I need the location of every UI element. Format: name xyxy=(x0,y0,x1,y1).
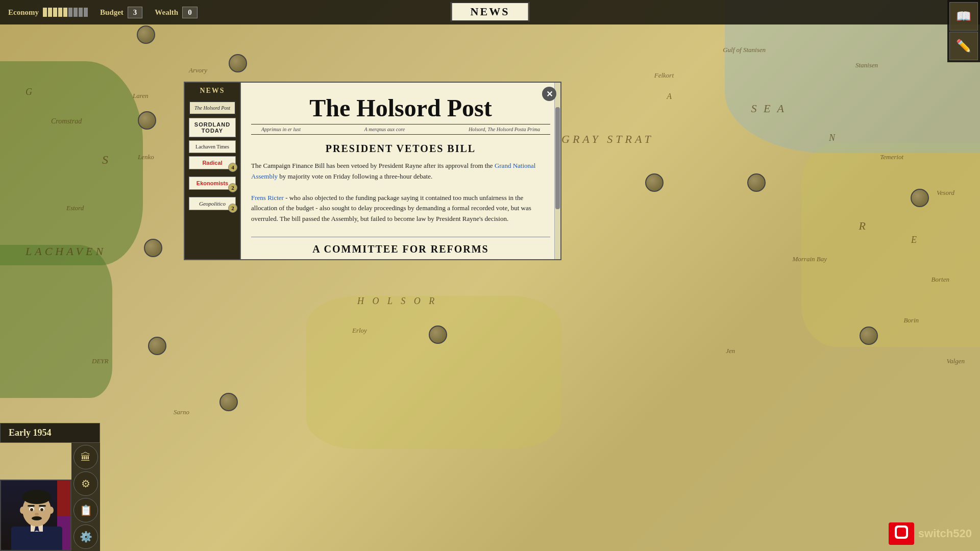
newspaper-name-geopolitico: Geopolitico xyxy=(199,201,226,207)
switch-branding-text: switch520 xyxy=(918,527,972,540)
article1-paragraph1: The Campaign Finance Bill has been vetoe… xyxy=(251,161,550,182)
newspaper-name-holsord: The Holsord Post xyxy=(194,105,230,111)
top-bar: Economy Budget 3 Wealth 0 NEWS xyxy=(0,0,980,24)
bar-6 xyxy=(68,8,72,17)
news-sidebar: NEWS The Holsord Post SORDLAND TODAY Lac… xyxy=(184,82,240,260)
subheader-center: A merqnus aux core xyxy=(364,127,405,132)
article1-headline: PRESIDENT VETOES BILL xyxy=(251,143,550,155)
newspaper-subheader: Apprimus in er lust A merqnus aux core H… xyxy=(251,124,550,135)
bar-7 xyxy=(74,8,78,17)
svg-point-16 xyxy=(20,507,25,514)
svg-rect-9 xyxy=(39,505,46,507)
article-divider xyxy=(251,237,550,237)
article1-text2: by majority vote on Friday following a t… xyxy=(278,172,432,180)
map-token-10 xyxy=(860,327,878,345)
news-center-title: NEWS xyxy=(451,2,529,21)
frens-ricter-link[interactable]: Frens Ricter xyxy=(251,194,284,202)
journal-icon-btn[interactable]: 📖 xyxy=(949,2,978,31)
subheader-left: Apprimus in er lust xyxy=(261,127,301,132)
map-token-6 xyxy=(219,393,238,411)
svg-point-11 xyxy=(30,508,33,511)
bar-3 xyxy=(53,8,57,17)
article1-body: The Campaign Finance Bill has been vetoe… xyxy=(241,161,560,231)
newspaper-name-ekonomists: Ekonomists xyxy=(197,180,228,186)
svg-rect-8 xyxy=(28,505,35,507)
economy-label: Economy xyxy=(8,8,39,17)
economy-section: Economy xyxy=(8,8,88,17)
newspaper-name-sordland: SORDLAND TODAY xyxy=(194,121,230,134)
subheader-right: Holsord, The Holsord Posta Prima xyxy=(469,127,540,132)
network-btn[interactable]: ⚙ xyxy=(74,471,98,496)
radical-badge: 4 xyxy=(228,163,237,172)
side-icons-panel: 🏛 ⚙ 📋 ⚙️ xyxy=(71,443,100,551)
article2-headline: A COMMITTEE FOR REFORMS xyxy=(251,243,550,255)
geopolitico-badge: 2 xyxy=(228,204,237,213)
news-panel: NEWS The Holsord Post SORDLAND TODAY Lac… xyxy=(184,82,561,260)
budget-value: 3 xyxy=(128,7,143,18)
edit-icon-btn[interactable]: ✏️ xyxy=(949,32,978,60)
svg-point-13 xyxy=(40,508,43,511)
leader-portrait xyxy=(0,480,71,551)
map-token-1 xyxy=(137,26,155,44)
map-token-2 xyxy=(229,54,247,72)
bottom-left-panel: Early 1954 xyxy=(0,423,100,551)
newspaper-btn-sordland-today[interactable]: SORDLAND TODAY xyxy=(189,118,236,137)
svg-rect-1 xyxy=(57,481,71,516)
nintendo-logo xyxy=(889,522,914,545)
economy-bars xyxy=(43,8,88,17)
map-token-7 xyxy=(429,325,447,344)
svg-point-7 xyxy=(22,490,51,504)
list-btn[interactable]: 📋 xyxy=(74,498,98,522)
date-badge: Early 1954 xyxy=(0,423,100,443)
news-scrollbar[interactable] xyxy=(554,83,560,259)
svg-point-14 xyxy=(35,513,39,516)
settings-btn[interactable]: ⚙️ xyxy=(74,524,98,549)
news-article-panel: ✕ The Holsord Post Apprimus in er lust A… xyxy=(240,82,561,260)
map-token-4 xyxy=(144,239,162,257)
bar-8 xyxy=(79,8,83,17)
budget-label: Budget xyxy=(100,8,124,17)
branding-panel: switch520 xyxy=(889,522,972,545)
bar-1 xyxy=(43,8,47,17)
newspaper-name-radical: Radical xyxy=(202,160,222,166)
bar-9 xyxy=(84,8,88,17)
news-close-button[interactable]: ✕ xyxy=(542,87,556,101)
newspaper-btn-geopolitico[interactable]: Geopolitico 2 xyxy=(189,197,236,210)
wealth-section: Wealth 0 xyxy=(155,7,197,18)
wealth-value: 0 xyxy=(182,7,198,18)
ekonomists-badge: 2 xyxy=(228,183,237,192)
article1-para2-body: - who also objected to the funding packa… xyxy=(251,194,531,223)
newspaper-name-lachaven: Lachaven Times xyxy=(195,144,229,149)
svg-rect-19 xyxy=(897,528,906,537)
newspaper-btn-radical[interactable]: Radical 4 xyxy=(189,156,236,169)
newspaper-btn-holsord-post[interactable]: The Holsord Post xyxy=(189,101,236,115)
bar-5 xyxy=(63,8,67,17)
map-token-5 xyxy=(148,337,166,355)
newspaper-btn-lachaven-times[interactable]: Lachaven Times xyxy=(189,140,236,153)
scrollbar-thumb[interactable] xyxy=(555,107,560,209)
map-token-8 xyxy=(645,173,664,192)
map-token-9 xyxy=(747,173,766,192)
government-btn[interactable]: 🏛 xyxy=(74,445,98,469)
bar-2 xyxy=(48,8,52,17)
avatar-section: 🏛 ⚙ 📋 ⚙️ xyxy=(0,443,100,551)
budget-section: Budget 3 xyxy=(100,7,142,18)
svg-point-15 xyxy=(32,516,42,520)
article1-text1: The Campaign Finance Bill has been vetoe… xyxy=(251,162,495,169)
news-sidebar-title: NEWS xyxy=(200,87,225,95)
right-icons-panel: 📖 ✏️ xyxy=(947,0,980,62)
newspaper-masthead-title: The Holsord Post xyxy=(241,83,560,122)
wealth-label: Wealth xyxy=(155,8,178,17)
map-token-3 xyxy=(138,111,156,130)
svg-point-17 xyxy=(48,507,54,514)
article1-paragraph2: Frens Ricter - who also objected to the … xyxy=(251,193,550,224)
bar-4 xyxy=(58,8,62,17)
map-token-11 xyxy=(911,189,929,207)
newspaper-btn-ekonomists[interactable]: Ekonomists 2 xyxy=(189,177,236,190)
